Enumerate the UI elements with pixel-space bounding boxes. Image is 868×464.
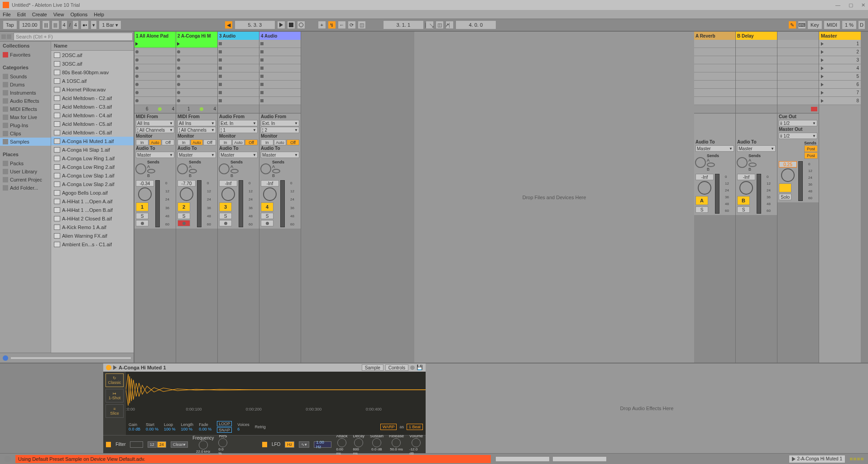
input-type-select[interactable]: Ext. In▼ (261, 120, 299, 126)
audio-to-select[interactable]: Master▼ (177, 152, 216, 158)
input-channel-select[interactable]: ¦ All Channels▼ (177, 127, 216, 133)
clip-slot[interactable] (176, 81, 217, 89)
solo-button[interactable]: S (136, 213, 149, 219)
file-item[interactable]: A-HiHat 2 Closed B.aif (51, 214, 134, 223)
filter-circuit[interactable]: Clean▾ (171, 441, 188, 448)
scene-launch[interactable]: 2 (819, 48, 861, 56)
arm-button[interactable] (261, 220, 273, 226)
track-status-row[interactable]: 14 (176, 105, 217, 113)
automation-arm[interactable]: ↯ (328, 21, 336, 29)
clip-slot[interactable] (259, 56, 301, 64)
controls-tab[interactable]: Controls (385, 364, 408, 371)
scene-launch[interactable]: 7 (819, 89, 861, 97)
send-a-knob[interactable] (135, 163, 146, 174)
sample-tab[interactable]: Sample (362, 364, 384, 371)
monitor-auto[interactable]: Auto (274, 139, 287, 145)
monitor-auto[interactable]: Auto (149, 139, 162, 145)
send-a-knob[interactable] (695, 157, 706, 168)
start-value[interactable]: 0.00 % (146, 427, 158, 431)
audio-to-select[interactable]: Master▼ (136, 152, 174, 158)
preview-scrubber[interactable] (11, 357, 131, 359)
clip-slot[interactable] (736, 48, 777, 56)
clip-slot[interactable] (259, 64, 301, 72)
oneshot-mode-button[interactable]: ↦1-Shot (106, 389, 124, 402)
input-channel-select[interactable]: ¦ 2▼ (261, 127, 299, 133)
file-item[interactable]: A-Conga Low Slap 2.aif (51, 180, 134, 188)
clip-slot[interactable] (777, 48, 819, 56)
file-item[interactable]: A 1OSC.aif (51, 77, 134, 85)
status-clip-badge[interactable]: 2-A-Conga Hi Muted 1 (789, 455, 846, 463)
menu-file[interactable]: File (3, 12, 11, 17)
track-header[interactable]: 2 A-Conga Hi M (176, 32, 217, 40)
scene-launch[interactable]: 8 (819, 97, 861, 105)
filter-toggle[interactable] (106, 442, 111, 447)
track-activator[interactable]: A (695, 196, 708, 205)
draw-mode[interactable]: ✎ (788, 21, 796, 29)
fade-value[interactable]: 0.00 % (199, 427, 211, 431)
follow-button[interactable]: ◀ (225, 21, 233, 29)
clip-slot[interactable] (777, 40, 819, 48)
freq-knob[interactable] (199, 440, 208, 450)
clip-slot[interactable] (218, 40, 259, 48)
master-header[interactable]: Master (819, 32, 861, 40)
monitor-off[interactable]: Off (162, 139, 174, 145)
send-a-knob[interactable] (260, 163, 271, 174)
place-packs[interactable]: Packs (0, 159, 51, 167)
solo-button[interactable]: Solo (779, 194, 791, 200)
monitor-auto[interactable]: Auto (191, 139, 203, 145)
loop-button[interactable]: ◫ (358, 21, 366, 29)
send-b-knob[interactable] (230, 169, 239, 173)
cue-out-select[interactable]: ii 1/2▼ (779, 120, 817, 126)
file-item[interactable]: A-HiHat 1 ...Open A.aif (51, 197, 134, 206)
category-audio-effects[interactable]: Audio Effects (0, 97, 51, 105)
lfo-hz-button[interactable]: Hz (285, 441, 294, 448)
clip-slot[interactable] (777, 72, 819, 81)
monitor-in[interactable]: In (177, 139, 190, 145)
search-input[interactable]: Search (Ctrl + F) (14, 33, 133, 41)
file-item[interactable]: Ambient En...s - C1.aif (51, 240, 134, 249)
decay-knob[interactable] (354, 438, 363, 447)
solo-button[interactable]: S (177, 213, 190, 219)
minimize-button[interactable]: — (835, 2, 840, 8)
reenable-automation[interactable]: ← (338, 21, 346, 29)
arm-button[interactable] (219, 220, 232, 226)
clip-slot[interactable] (777, 97, 819, 105)
release-knob[interactable] (392, 438, 401, 447)
session-capture[interactable]: ⟳ (348, 21, 356, 29)
clip-slot[interactable] (218, 64, 259, 72)
monitor-off[interactable]: Off (287, 139, 299, 145)
place-add-folder---[interactable]: Add Folder... (0, 184, 51, 192)
track-activator[interactable]: 1 (136, 202, 149, 211)
clip-hotswap-icon[interactable]: ◎ (410, 364, 415, 371)
filter-12[interactable]: 12 (148, 441, 157, 448)
clip-slot[interactable] (694, 64, 735, 72)
file-item[interactable]: A-Conga Hi Slap 1.aif (51, 145, 134, 154)
menu-help[interactable]: Help (94, 12, 104, 17)
input-type-select[interactable]: All Ins▼ (136, 120, 174, 126)
track-status-row[interactable] (218, 105, 259, 113)
send-b-knob[interactable] (707, 163, 715, 167)
category-max-for-live[interactable]: Max for Live (0, 113, 51, 121)
clip-slot[interactable] (176, 97, 217, 105)
loop-value[interactable]: 100 % (164, 427, 176, 431)
file-item[interactable]: Acid Meltdown - C3.aif (51, 102, 134, 111)
file-item[interactable]: A-Kick Remo 1 A.aif (51, 223, 134, 231)
track-header[interactable]: A Reverb (694, 32, 735, 40)
clip-slot[interactable] (694, 81, 735, 89)
category-instruments[interactable]: Instruments (0, 89, 51, 97)
length-value[interactable]: 100 % (181, 427, 194, 431)
category-midi-effects[interactable]: MIDI Effects (0, 105, 51, 113)
audio-to-select[interactable]: Master▼ (219, 152, 258, 158)
clip-slot[interactable] (134, 72, 176, 81)
stop-button[interactable] (287, 21, 295, 29)
file-item[interactable]: 80s Beat-90bpm.wav (51, 68, 134, 77)
sustain-knob[interactable] (372, 438, 381, 447)
record-button[interactable] (297, 21, 305, 29)
pan-knob[interactable] (221, 187, 235, 201)
clip-slot[interactable] (736, 56, 777, 64)
file-item[interactable]: Acid Meltdown - C5.aif (51, 120, 134, 128)
category-samples[interactable]: Samples (0, 138, 51, 146)
session-scrollbar[interactable] (861, 32, 868, 363)
track-header[interactable]: 3 Audio (218, 32, 259, 40)
clip-slot[interactable] (736, 81, 777, 89)
